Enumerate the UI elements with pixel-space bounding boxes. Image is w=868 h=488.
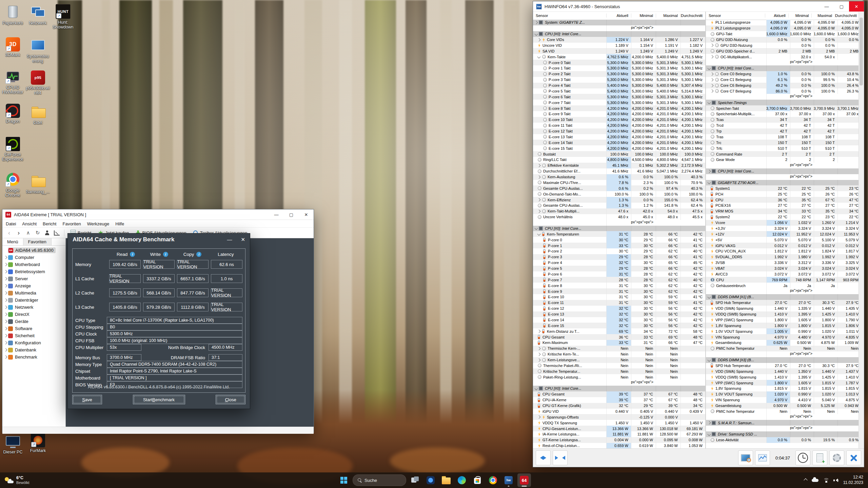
sensor-row-cpu-ia-kerne[interactable]: CPU-IA-Kerne39 °C37 °C67 °C48 °C — [533, 397, 705, 403]
chevron-down-icon[interactable] — [708, 358, 711, 362]
sensor-row-vddq-swb-spannung[interactable]: VDDQ (SWB) Spannung1.410 V1.395 V1.425 V… — [706, 374, 859, 380]
sensor-section-cpu-0-intel-core[interactable]: CPU [#0]: Intel Core... — [533, 386, 705, 391]
report-button[interactable] — [812, 450, 827, 465]
user-icon[interactable] — [43, 229, 51, 237]
onedrive-icon[interactable] — [812, 479, 818, 482]
sensor-row-cpu[interactable]: CPU36 °C35 °C67 °C47 °C — [706, 197, 859, 203]
sensor-section-cpu-0-intel-core[interactable]: CPU [#0]: Intel Core... — [706, 168, 859, 174]
sensor-row-lese-aktivität[interactable]: Lese-Aktivität0.0 %0.0 %19.5 %0.9 % — [706, 437, 859, 443]
sensor-section-cpu-0-intel-core[interactable]: CPU [#0]: Intel Core... — [706, 65, 859, 71]
chevron-right-icon[interactable] — [4, 263, 7, 266]
chevron-right-icon[interactable] — [537, 38, 541, 41]
chevron-right-icon[interactable] — [537, 175, 541, 179]
column-header-sensor[interactable]: Sensor — [706, 14, 765, 18]
back-icon[interactable]: ‹ — [5, 229, 13, 237]
forward-icon[interactable]: › — [15, 229, 23, 237]
sensor-row-3vsb[interactable]: 3VSB3.336 V3.312 V3.336 V3.325 V — [706, 260, 859, 266]
sensor-section-ddr5-dimm-1-b[interactable]: DDR5 DIMM [#1] (B... — [706, 294, 859, 300]
desktop-icon-systemsteuerung[interactable]: Systemsteuerung — [26, 37, 50, 64]
sensor-section-gigabyte-z790-aor[interactable]: GIGABYTE Z790 AOR... — [706, 180, 859, 186]
system-summary-button[interactable] — [738, 450, 753, 465]
sidebar-item-anzeige[interactable]: Anzeige — [2, 282, 65, 289]
sensor-row-ia-kerne-leistungsa[interactable]: IA-Kerne Leistungsa...11.881 W11.881 W12… — [533, 431, 705, 437]
chevron-right-icon[interactable] — [537, 415, 541, 419]
sensor-row-p-core-5[interactable]: P-core 529 °C28 °C66 °C42 °C — [533, 266, 705, 271]
sensor-row-e-core-11-takt[interactable]: E-core 11 Takt4,200.0 MHz4,200.0 MHz4,20… — [533, 123, 705, 128]
chevron-right-icon[interactable] — [710, 89, 714, 93]
sidebar-item-server[interactable]: Server — [2, 275, 65, 282]
start-button[interactable]: Start Benchmark — [133, 395, 185, 404]
expand-columns-button[interactable] — [536, 450, 551, 465]
sidebar-item-software[interactable]: Software — [2, 325, 65, 332]
desktop-icon-3dmark[interactable]: 3D↗3DMark — [1, 37, 25, 57]
chevron-right-icon[interactable] — [4, 277, 7, 281]
sensor-row-p-core-1-takt[interactable]: P-core 1 Takt5,300.0 MHz5,300.0 MHz5,301… — [533, 65, 705, 71]
sensor-row-on-demand-takt-mo[interactable]: On-Demand-Takt-Mo...100.0 %100.0 %100.0 … — [533, 191, 705, 197]
sensor-row-oc-multiplikatorli[interactable]: OC-Multiplikatorli...32.0 x54.0 x — [706, 54, 859, 60]
column-header-maximal[interactable]: Maximal — [811, 14, 835, 18]
sidebar-item-computer[interactable]: Computer — [2, 254, 65, 261]
desktop-icon-geforce-experience[interactable]: ↗GeForce Experience — [1, 137, 25, 162]
sensor-row-core-vids[interactable]: Core VIDs1.224 V1.164 V1.286 V1.227 V — [533, 37, 705, 43]
chevron-right-icon[interactable] — [537, 164, 541, 167]
sensor-row-cpu-gesamt[interactable]: CPU Gesamt36 °C33 °C69 °C48 °C — [533, 334, 705, 340]
sensor-row-gear-mode[interactable]: Gear Mode222 — [706, 157, 859, 163]
chevron-right-icon[interactable] — [4, 306, 7, 309]
sensor-row-vin-spannung[interactable]: VIN Spannung4.970 V4.410 V5.040 V4.875 V — [706, 397, 859, 403]
sensor-row-kern-auslastung[interactable]: Kern-Auslastung0.6 %0.0 %100.0 %40.3 % — [533, 174, 705, 180]
sensor-row-p-core-3[interactable]: P-core 329 °C28 °C66 °C41 °C — [533, 254, 705, 260]
sensor-row-spd-hub-temperatur[interactable]: SPD Hub Temperatur27.0 °C27.0 °C30.3 °C2… — [706, 363, 859, 369]
sensor-row-vcore[interactable]: Vcore1.056 V1.032 V1.260 V1.214 V — [706, 220, 859, 226]
sensor-row-12v[interactable]: +12V12.024 V11.952 V12.024 V11.953 V — [706, 231, 859, 237]
maximize-button[interactable]: ▢ — [284, 209, 299, 220]
sidebar-item-konfiguration[interactable]: Konfiguration — [2, 339, 65, 346]
chevron-down-icon[interactable] — [535, 32, 538, 36]
sensor-row-e-core-8-takt[interactable]: E-core 8 Takt4,200.0 MHz4,200.0 MHz4,201… — [533, 105, 705, 111]
sensor-row-thermische-paket-ri[interactable]: Thermische Paket-/Ri...NeinNeinNein — [533, 363, 705, 369]
sensor-row-spannungs-offsets[interactable]: Spannungs-Offsets-0.125 V0.000 V — [533, 414, 705, 420]
menu-item-hilfe[interactable]: Hilfe — [115, 221, 124, 226]
sensor-row-cpu-vccin-aux[interactable]: CPU VCCIN_AUX1.812 V1.812 V1.824 V1.817 … — [706, 248, 859, 254]
sensor-section-drive-samsung-ssd[interactable]: Drive: Samsung SSD ... — [706, 431, 859, 437]
menu-item-datei[interactable]: Datei — [6, 221, 16, 226]
sensor-row-core-c6-belegung[interactable]: Core C6 Belegung49.2 %0.0 %100.0 %26.4 % — [706, 83, 859, 88]
desktop-icon-cpuid-hwmonitor[interactable]: ↗CPUID HWMonitor — [1, 70, 25, 95]
sensor-row-e-core-13-takt[interactable]: E-core 13 Takt4,200.0 MHz4,200.0 MHz4,20… — [533, 134, 705, 140]
sensor-row-speicher-takt[interactable]: Speicher-Takt3,700.0 MHz3,700.0 MHz3,700… — [706, 105, 859, 111]
chevron-right-icon[interactable] — [537, 352, 541, 356]
sidebar-item-motherboard[interactable]: Motherboard — [2, 261, 65, 268]
sidebar-item-multimedia[interactable]: Multimedia — [2, 289, 65, 297]
sensor-row-p-core-7[interactable]: P-core 728 °C28 °C62 °C40 °C — [533, 277, 705, 283]
refresh-icon[interactable]: ↻ — [34, 229, 42, 237]
chevron-right-icon[interactable] — [4, 256, 7, 259]
sensor-row-cpu[interactable]: CPU769 RPM748 RPM1,147 RPM903 RPM — [706, 277, 859, 283]
sensor-row-e-core-9[interactable]: E-core 931 °C30 °C62 °C42 °C — [533, 288, 705, 294]
sensor-row-p-core-0-takt[interactable]: P-core 0 Takt5,300.0 MHz5,300.0 MHz5,301… — [533, 60, 705, 65]
desktop-icon-dieser-pc[interactable]: Dieser PC — [1, 433, 25, 454]
sensor-row-p-core-6[interactable]: P-core 631 °C28 °C62 °C42 °C — [533, 271, 705, 277]
sensor-row-gpu-d3d-nutzung[interactable]: GPU D3D-Nutzung0.0 %0.0 % — [706, 43, 859, 48]
sensor-row-kern-temperaturen[interactable]: Kern-Temperaturen31 °C28 °C66 °C42 °C — [533, 231, 705, 237]
desktop-icon-furmark[interactable]: ↗FurMark — [26, 433, 50, 453]
sensor-row-ring-llc-takt[interactable]: Ring/LLC Takt4,800.0 MHz4,500.0 MHz4,800… — [533, 157, 705, 163]
up-icon[interactable]: ∧ — [24, 229, 32, 237]
chevron-right-icon[interactable] — [4, 320, 7, 323]
sensor-row-kern-effizienz[interactable]: Kern-Effizienz1.3 %0.0 %155.0 %62.4 % — [533, 197, 705, 203]
sensor-row-speichertakt-multiplik[interactable]: Speichertakt-Multiplik...37.00 x37.00 x3… — [706, 111, 859, 117]
chevron-right-icon[interactable] — [537, 347, 541, 350]
close-button[interactable]: Close — [216, 395, 245, 404]
chevron-right-icon[interactable] — [4, 291, 7, 295]
chevron-right-icon[interactable] — [4, 299, 7, 302]
sidebar-item-netzwerk[interactable]: Netzwerk — [2, 304, 65, 311]
sidebar-item-aida64-v6-85-6300[interactable]: 64AIDA64 v6.85.6300 — [2, 247, 65, 254]
tray-overflow-icon[interactable] — [804, 478, 807, 482]
sensor-row-e-core-8[interactable]: E-core 831 °C30 °C62 °C42 °C — [533, 283, 705, 288]
sensor-row-pl1-leistungsgrenze[interactable]: PL1 Leistungsgrenze4,095.0 W4,095.0 W4,0… — [706, 20, 859, 25]
sensor-row-pch[interactable]: PCH25 °C25 °C26 °C26 °C — [706, 191, 859, 197]
sensor-row-vddq-swb-spannung[interactable]: VDDQ (SWB) Spannung1.410 V1.395 V1.425 V… — [706, 311, 859, 317]
sensor-row-cpu-gesamt[interactable]: CPU Gesamt39 °C37 °C67 °C48 °C — [533, 391, 705, 397]
sensor-row-p-core-1[interactable]: P-core 133 °C30 °C66 °C41 °C — [533, 243, 705, 248]
sensor-row-tcas[interactable]: Tcas34 T34 T34 T — [706, 117, 859, 123]
chevron-right-icon[interactable] — [710, 44, 714, 47]
sensor-row-sa-vid[interactable]: SA VID1.249 V1.249 V1.249 V1.249 V — [533, 48, 705, 54]
